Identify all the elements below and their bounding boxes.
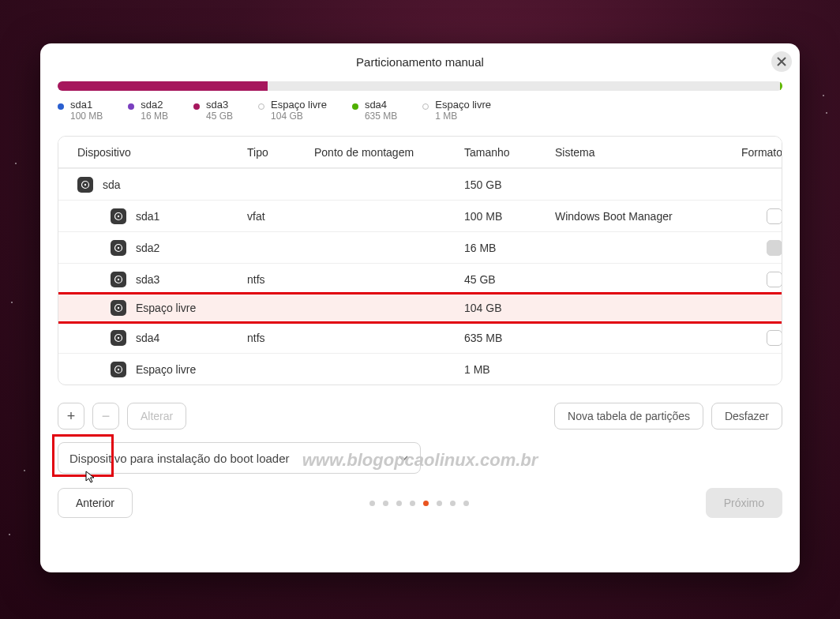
col-device: Dispositivo [77, 146, 247, 159]
drive-icon [77, 177, 93, 193]
dialog-titlebar: Particionamento manual [40, 43, 800, 80]
legend-dot [128, 103, 134, 110]
col-size: Tamanho [464, 146, 555, 159]
table-row[interactable]: sda1 vfat 100 MB Windows Boot Manager [58, 200, 782, 231]
system-name: Windows Boot Manager [555, 210, 727, 223]
legend-name: Espaço livre [435, 99, 491, 111]
svg-point-7 [118, 278, 119, 279]
table-row[interactable]: sda4 ntfs 635 MB [58, 321, 782, 353]
legend-size: 635 MB [365, 111, 397, 122]
legend-name: Espaço livre [271, 99, 327, 111]
partition-type: vfat [247, 210, 314, 223]
legend-size: 16 MB [141, 111, 168, 122]
svg-point-13 [118, 368, 119, 370]
table-row[interactable]: Espaço livre 104 GB [58, 292, 782, 324]
legend-size: 104 GB [271, 111, 327, 122]
legend-name: sda1 [70, 99, 103, 111]
device-name: sda4 [136, 332, 159, 344]
svg-point-3 [118, 215, 119, 216]
device-name: Espaço livre [136, 363, 196, 376]
dialog-title: Particionamento manual [356, 55, 484, 69]
back-button[interactable]: Anterior [58, 488, 133, 518]
device-name: sda [103, 178, 121, 191]
partition-icon [111, 208, 126, 224]
legend-size: 100 MB [70, 111, 103, 122]
legend-name: sda2 [141, 99, 168, 111]
undo-button[interactable]: Desfazer [711, 403, 782, 430]
change-button[interactable]: Alterar [127, 403, 186, 430]
format-checkbox[interactable] [767, 272, 782, 287]
remove-partition-button[interactable]: − [92, 403, 119, 430]
partition-size: 104 GB [464, 302, 555, 314]
svg-point-9 [118, 307, 119, 309]
add-partition-button[interactable]: + [58, 403, 84, 430]
svg-point-5 [118, 246, 119, 248]
chevron-down-icon [398, 452, 409, 463]
table-actions: + − Alterar Nova tabela de partições Des… [58, 403, 782, 430]
col-mount: Ponto de montagem [314, 146, 464, 159]
table-row[interactable]: sda2 16 MB [58, 231, 782, 263]
manual-partitioning-dialog: Particionamento manual sda1 100 MB sda2 … [40, 43, 800, 572]
partition-icon [111, 362, 126, 377]
legend-size: 1 MB [435, 111, 491, 122]
progress-dots [133, 501, 706, 506]
col-type: Tipo [247, 146, 314, 159]
legend-item: Espaço livre 1 MB [422, 99, 491, 122]
format-checkbox[interactable] [767, 330, 782, 346]
boot-loader-device-label: Dispositivo para instalação do boot load… [69, 452, 290, 465]
progress-dot [396, 501, 402, 506]
table-row[interactable]: sda3 ntfs 45 GB [58, 263, 782, 294]
footer-nav: Anterior Próximo [58, 488, 782, 518]
legend-item: sda4 635 MB [352, 99, 397, 122]
close-icon [777, 57, 786, 66]
partition-icon [111, 330, 126, 346]
format-checkbox[interactable] [767, 208, 782, 224]
partition-size: 635 MB [464, 332, 555, 344]
progress-dot [450, 501, 456, 506]
partition-size: 45 GB [464, 273, 555, 286]
partition-legend: sda1 100 MB sda2 16 MB sda3 45 GB Espaço… [58, 99, 782, 122]
format-checkbox [767, 240, 782, 256]
table-row[interactable]: sda 150 GB [58, 168, 782, 200]
partition-icon [111, 272, 126, 287]
partition-size: 100 MB [464, 210, 555, 223]
legend-name: sda3 [206, 99, 233, 111]
partition-table: Dispositivo Tipo Ponto de montagem Taman… [58, 136, 782, 385]
partition-type: ntfs [247, 332, 314, 344]
legend-item: sda3 45 GB [193, 99, 233, 122]
legend-dot [258, 103, 264, 110]
svg-point-1 [84, 183, 86, 185]
new-partition-table-button[interactable]: Nova tabela de partições [554, 403, 703, 430]
close-button[interactable] [771, 51, 792, 72]
partition-icon [111, 300, 126, 316]
device-name: sda2 [136, 242, 159, 254]
progress-dot [423, 501, 429, 506]
progress-dot [463, 501, 469, 506]
cursor-icon [85, 471, 98, 486]
legend-name: sda4 [365, 99, 397, 111]
progress-dot [383, 501, 388, 506]
col-system: Sistema [555, 146, 727, 159]
partition-size: 1 MB [464, 363, 555, 376]
progress-dot [369, 501, 375, 506]
partition-type: ntfs [247, 273, 314, 286]
next-button: Próximo [706, 488, 782, 518]
legend-dot [58, 103, 64, 110]
legend-size: 45 GB [206, 111, 233, 122]
table-row[interactable]: Espaço livre 1 MB [58, 353, 782, 385]
legend-dot [352, 103, 358, 110]
col-format: Formato [727, 146, 782, 159]
device-name: Espaço livre [136, 302, 196, 314]
partition-size: 150 GB [464, 178, 555, 191]
legend-item: sda1 100 MB [58, 99, 103, 122]
disk-usage-bar [58, 81, 782, 91]
progress-dot [437, 501, 442, 506]
table-header: Dispositivo Tipo Ponto de montagem Taman… [58, 137, 782, 168]
boot-loader-device-select[interactable]: Dispositivo para instalação do boot load… [58, 442, 421, 474]
legend-dot [193, 103, 200, 110]
svg-point-11 [118, 336, 119, 338]
partition-size: 16 MB [464, 242, 555, 254]
progress-dot [410, 501, 415, 506]
legend-dot [422, 103, 429, 110]
legend-item: sda2 16 MB [128, 99, 168, 122]
